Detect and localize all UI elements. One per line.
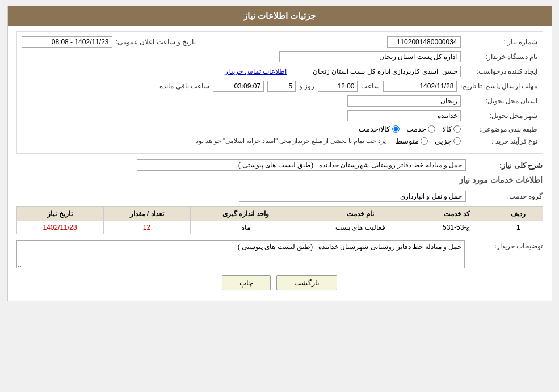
desc-label: توضیحات خریدار: [469,240,543,250]
cell-tedad: 12 [103,221,190,234]
col-name: نام خدمت [301,207,419,221]
col-tedad: تعداد / مقدار [103,207,190,221]
tarikh-input[interactable] [22,36,112,48]
shahr-label: شهر محل تحویل: [464,112,538,120]
shahr-input[interactable] [347,110,461,121]
page-container: جزئیات اطلاعات نیاز شماره نیاز : تاریخ و… [7,6,552,301]
tabaqe-khadmat-radio[interactable] [428,125,435,133]
tabaqe-label: طبقه بندی موضوعی: [464,125,538,133]
row-mohlat: مهلت ارسال پاسخ: تا تاریخ: ساعت روز و سا… [22,81,538,92]
row-sharh: شرح کلی نیاز: [16,159,543,171]
tabaqe-kala-label: کالا [442,125,452,133]
col-code: کد خدمت [419,207,494,221]
shomare-input[interactable] [387,36,461,48]
cell-tarikh: 1402/11/28 [16,221,103,234]
tabaqe-kala-item: کالا [442,125,461,133]
dastgah-input[interactable] [279,51,461,62]
row-shahr: شهر محل تحویل: [22,110,538,121]
tarikh-label: تاریخ و ساعت اعلان عمومی: [116,38,196,46]
remain-label: ساعت باقی مانده [159,82,209,90]
desc-textarea[interactable] [16,240,465,268]
nooe-radio-group: جزیی متوسط [396,137,461,145]
info-section: شماره نیاز : تاریخ و ساعت اعلان عمومی: ن… [16,31,543,154]
khadamat-title: اطلاعات خدمات مورد نیاز [16,175,543,187]
row-shomare: شماره نیاز : تاریخ و ساعت اعلان عمومی: [22,36,538,48]
col-radif: ردیف [494,207,543,221]
content-area: شماره نیاز : تاریخ و ساعت اعلان عمومی: ن… [8,26,552,301]
nooe-mota-label: متوسط [396,137,419,145]
saat-label: ساعت [361,82,380,90]
cell-radif: 1 [494,221,543,234]
nooe-label: نوع فرآیند خرید : [464,137,538,145]
rooz-label: روز و [299,82,314,90]
mohlat-rooz-input[interactable] [267,81,296,92]
desc-row: توضیحات خریدار: [16,240,543,268]
mohlat-label: مهلت ارسال پاسخ: تا تاریخ: [460,82,537,90]
tabaqe-kala-radio[interactable] [453,125,461,133]
print-button[interactable]: چاپ [222,275,271,290]
sharh-label: شرح کلی نیاز: [469,161,543,170]
mohlat-date-input[interactable] [383,81,457,92]
tabaqe-khadmat-item: خدمت [406,125,435,133]
mohlat-remain-input[interactable] [213,81,264,92]
page-header: جزئیات اطلاعات نیاز [8,6,552,26]
row-dastgah: نام دستگاه خریدار: [22,51,538,62]
dastgah-label: نام دستگاه خریدار: [464,53,538,61]
cell-name: فعالیت های پست [301,221,419,234]
col-tarikh: تاریخ نیاز [16,207,103,221]
button-row: بازگشت چاپ [16,275,543,290]
row-nooe: نوع فرآیند خرید : جزیی متوسط پرداخت تمام… [22,137,538,145]
group-label: گروه خدمت: [469,192,543,200]
tabaqe-khadmat-label: خدمت [406,125,426,133]
ijad-label: ایجاد کننده درخواست: [464,68,538,75]
table-row: 1 ج-53-531 فعالیت های پست ماه 12 1402/11… [16,221,543,234]
back-button[interactable]: بازگشت [276,275,337,290]
tabaqe-radio-group: کالا خدمت کالا/خدمت [359,125,461,133]
sharh-input[interactable] [137,159,466,171]
col-vahed: واحد اندازه گیری [190,207,301,221]
group-input[interactable] [239,191,466,202]
tabaqe-kala-khadmat-item: کالا/خدمت [359,125,400,133]
table-header-row: ردیف کد خدمت نام خدمت واحد اندازه گیری ت… [16,207,543,221]
nooe-jozi-item: جزیی [435,137,461,145]
ijad-input[interactable] [291,66,461,77]
page-title: جزئیات اطلاعات نیاز [243,11,316,20]
mohlat-saat-input[interactable] [318,81,358,92]
ostan-label: استان محل تحویل: [464,97,538,105]
row-ijad: ایجاد کننده درخواست: اطلاعات تماس خریدار [22,66,538,77]
nooe-mota-item: متوسط [396,137,428,145]
shomare-label: شماره نیاز : [464,38,538,46]
ostan-input[interactable] [347,95,461,107]
cell-vahed: ماه [190,221,301,234]
cell-code: ج-53-531 [419,221,494,234]
tabaqe-kala-khadmat-label: کالا/خدمت [359,125,390,133]
ijad-link[interactable]: اطلاعات تماس خریدار [225,68,287,75]
tabaqe-kala-khadmat-radio[interactable] [392,125,400,133]
row-group-khadmat: گروه خدمت: [16,191,543,202]
services-table-container: ردیف کد خدمت نام خدمت واحد اندازه گیری ت… [16,206,543,234]
row-tabaqe: طبقه بندی موضوعی: کالا خدمت کالا/خدمت [22,125,538,133]
services-table: ردیف کد خدمت نام خدمت واحد اندازه گیری ت… [16,206,543,234]
nooe-jozi-radio[interactable] [453,137,461,145]
row-ostan: استان محل تحویل: [22,95,538,107]
nooe-jozi-label: جزیی [435,137,452,145]
nooe-mota-radio[interactable] [421,137,428,145]
nooe-note: پرداخت تمام یا بخشی از مبلغ خریداز محل "… [194,137,386,145]
